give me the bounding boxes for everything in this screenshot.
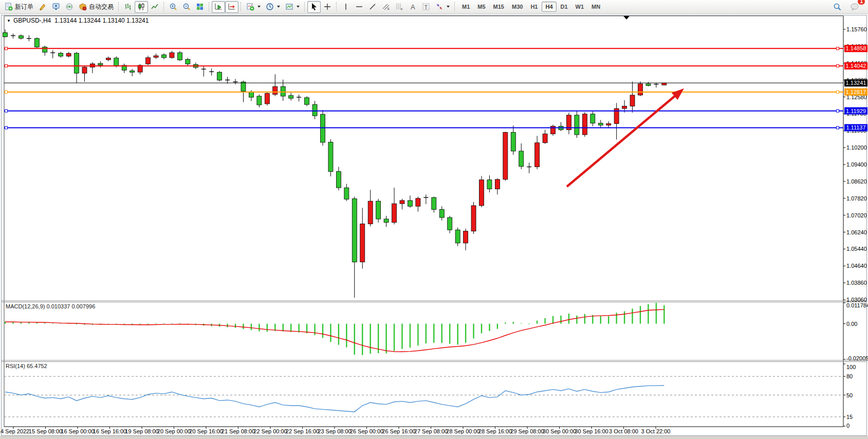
- arrows-button[interactable]: [433, 1, 452, 13]
- candle-up: [464, 231, 468, 243]
- styler-button[interactable]: [36, 1, 49, 13]
- candle-up: [543, 134, 547, 142]
- search-button[interactable]: [830, 1, 844, 13]
- price-tick-label: 1.07820: [846, 195, 867, 202]
- text-icon: A: [409, 3, 417, 11]
- candle-up: [368, 201, 373, 224]
- tf-button-MN[interactable]: MN: [588, 2, 604, 12]
- fibonacci-icon: F: [395, 3, 403, 11]
- tf-button-W1[interactable]: W1: [572, 2, 588, 12]
- ohlc-values: 1.13144 1.13244 1.13140 1.13241: [54, 17, 149, 24]
- tf-button-M15[interactable]: M15: [490, 2, 508, 12]
- trendline-button[interactable]: [366, 1, 379, 13]
- rsi-value: 65.4752: [27, 363, 47, 369]
- sounds-button[interactable]: [63, 1, 76, 13]
- candle-down: [646, 84, 651, 85]
- arrows-icon: [435, 3, 444, 11]
- zoom-out-button[interactable]: [180, 1, 193, 13]
- auto-scroll-button[interactable]: [212, 1, 225, 13]
- time-tick-label: 3 Oct 22:00: [641, 428, 671, 434]
- time-tick-label: 15 Sep 08:00: [29, 428, 62, 434]
- rsi-indicator-label: RSI(14) 65.4752: [6, 363, 47, 369]
- tf-button-M30[interactable]: M30: [508, 2, 526, 12]
- vertical-line-icon: [342, 3, 350, 11]
- horizontal-line-button[interactable]: [353, 1, 366, 13]
- candle-up: [265, 94, 269, 104]
- line-handle[interactable]: [837, 109, 839, 112]
- chart-canvas[interactable]: 1.157601.149601.141601.133801.125801.117…: [0, 0, 868, 439]
- time-tick-label: 14 Sep 2022: [0, 428, 29, 434]
- tile-windows-button[interactable]: [193, 1, 207, 13]
- text-button[interactable]: A: [406, 1, 419, 13]
- line-handle[interactable]: [837, 126, 839, 129]
- crosshair-button[interactable]: [321, 1, 334, 13]
- styler-icon: [39, 3, 47, 11]
- clock-icon: [266, 3, 274, 11]
- signals-button[interactable]: [49, 1, 63, 13]
- chart-shift-button[interactable]: [225, 1, 238, 13]
- cursor-button[interactable]: [307, 1, 321, 13]
- tf-button-M1[interactable]: M1: [458, 2, 473, 12]
- line-handle[interactable]: [837, 65, 839, 67]
- periods-button[interactable]: [263, 1, 283, 13]
- svg-text:E: E: [387, 7, 390, 10]
- price-badge-label: 1.11137: [846, 124, 865, 131]
- candle-up: [582, 114, 587, 135]
- candlestick-chart-button[interactable]: [135, 1, 148, 13]
- line-handle[interactable]: [5, 90, 8, 93]
- toolbar-separator: [163, 2, 164, 11]
- toolbar-separator: [454, 2, 455, 11]
- line-chart-icon: [151, 3, 159, 11]
- line-handle[interactable]: [5, 47, 8, 50]
- tf-button-M5[interactable]: M5: [474, 2, 489, 12]
- candle-down: [162, 55, 167, 58]
- candle-up: [416, 198, 420, 206]
- fibonacci-button[interactable]: F: [393, 1, 406, 13]
- candle-up: [471, 206, 476, 231]
- svg-text:T: T: [424, 4, 428, 10]
- candle-down: [75, 53, 79, 73]
- tf-button-D1[interactable]: D1: [557, 2, 571, 12]
- line-handle[interactable]: [837, 47, 839, 50]
- new-order-label: 新订单: [15, 3, 33, 11]
- candle-up: [106, 58, 110, 60]
- chart-title: ▼GBPUSD-,H4 1.13144 1.13244 1.13140 1.13…: [7, 17, 149, 24]
- vertical-line-button[interactable]: [339, 1, 353, 13]
- horizontal-line-icon: [355, 3, 363, 11]
- line-handle[interactable]: [5, 65, 8, 67]
- line-handle[interactable]: [837, 90, 839, 93]
- chart-shift-icon: [228, 3, 236, 11]
- price-tick-label: 1.03860: [846, 280, 867, 286]
- candle-down: [455, 230, 460, 243]
- text-label-button[interactable]: T: [419, 1, 433, 13]
- bar-chart-button[interactable]: [121, 1, 135, 13]
- candle-down: [19, 35, 23, 38]
- indicators-button[interactable]: [244, 1, 263, 13]
- time-tick-label: 26 Sep 16:00: [382, 428, 415, 434]
- rsi-axis-label: 100: [846, 364, 856, 370]
- line-handle[interactable]: [5, 109, 8, 112]
- candle-up: [638, 84, 643, 95]
- macd-axis-label: 0.011784: [846, 302, 868, 308]
- zoom-in-button[interactable]: [167, 1, 180, 13]
- tf-button-H1[interactable]: H1: [527, 2, 541, 12]
- price-badge-label: 1.12817: [846, 89, 866, 95]
- crosshair-icon: [323, 3, 331, 11]
- chart-dropdown-icon[interactable]: ▼: [7, 19, 11, 23]
- time-tick-label: 28 Sep 00:00: [446, 428, 479, 434]
- time-tick-label: 30 Sep 16:00: [575, 428, 608, 434]
- equidistant-channel-button[interactable]: E: [379, 1, 393, 13]
- line-handle[interactable]: [5, 126, 8, 129]
- price-tick-label: 1.15760: [846, 26, 867, 32]
- candle-down: [328, 142, 333, 172]
- templates-button[interactable]: [283, 1, 302, 13]
- candle-down: [43, 47, 47, 52]
- candle-down: [336, 172, 341, 188]
- tf-button-H4[interactable]: H4: [542, 2, 556, 12]
- time-tick-label: 26 Sep 00:00: [350, 428, 383, 434]
- new-order-button[interactable]: 新订单: [2, 1, 36, 13]
- line-chart-button[interactable]: [148, 1, 161, 13]
- notification-badge: 1: [857, 0, 865, 5]
- candle-up: [535, 143, 540, 167]
- autotrading-button[interactable]: 自动交易: [76, 1, 116, 13]
